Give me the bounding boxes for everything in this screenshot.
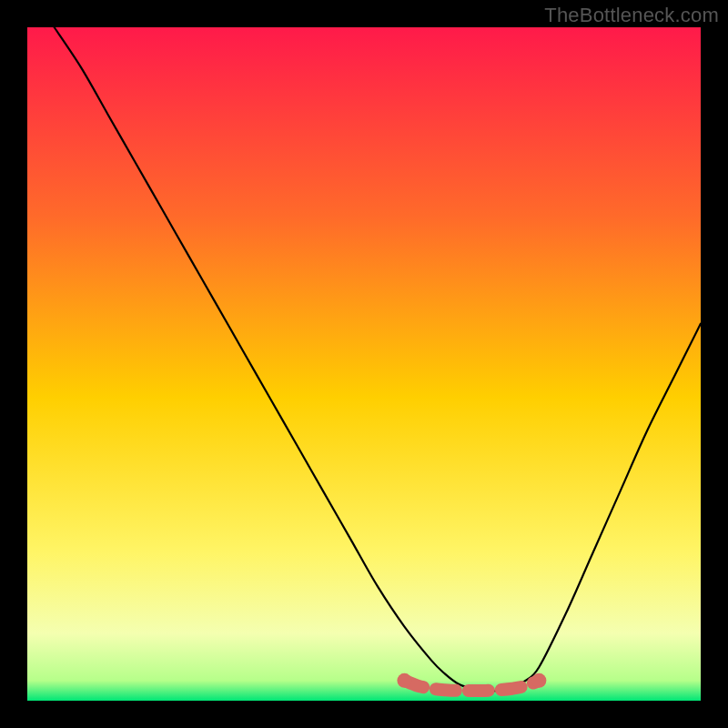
chart-frame [27,27,701,701]
gradient-background [27,27,701,701]
highlight-start-dot [397,673,411,688]
watermark-text: TheBottleneck.com [544,4,719,27]
chart-svg [27,27,701,701]
highlight-end-dot [531,673,546,688]
